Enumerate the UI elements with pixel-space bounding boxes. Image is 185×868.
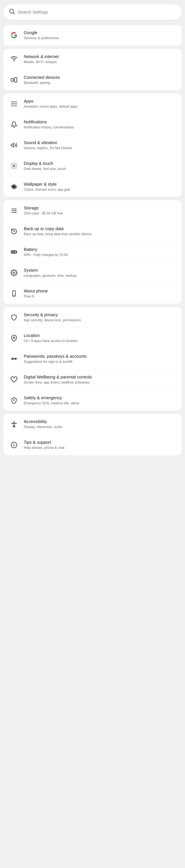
- item-title-display: Display & touch: [24, 161, 66, 166]
- item-text-phone: About phone Pixel 9: [24, 288, 48, 299]
- tips-icon: [9, 440, 19, 450]
- settings-item-accessibility[interactable]: Accessibility Display, interaction, audi…: [3, 414, 182, 435]
- item-subtitle-google: Services & preferences: [24, 36, 59, 40]
- safety-icon: [9, 396, 19, 405]
- svg-point-23: [15, 209, 16, 209]
- settings-item-tips[interactable]: Tips & support Help articles, phone & ch…: [3, 435, 182, 455]
- settings-item-connected[interactable]: Connected devices Bluetooth, pairing: [3, 70, 182, 90]
- item-subtitle-backup: Back up data, bring data from another de…: [24, 232, 91, 237]
- item-title-system: System: [24, 268, 77, 273]
- settings-item-backup[interactable]: Back up or copy data Back up data, bring…: [3, 221, 182, 242]
- item-subtitle-security: App security, device lock, permissions: [24, 318, 81, 322]
- item-subtitle-system: Languages, gestures, time, backup: [24, 274, 77, 278]
- item-text-tips: Tips & support Help articles, phone & ch…: [24, 440, 64, 450]
- settings-item-notifications[interactable]: Notifications Notification history, conv…: [3, 114, 182, 135]
- svg-point-24: [15, 210, 16, 211]
- accessibility-icon: [9, 420, 19, 429]
- search-icon: [8, 8, 15, 16]
- settings-item-google[interactable]: Google Services & preferences: [3, 25, 182, 45]
- item-title-phone: About phone: [24, 288, 48, 293]
- settings-item-safety[interactable]: Safety & emergency Emergency SOS, medica…: [3, 390, 182, 411]
- item-title-tips: Tips & support: [24, 440, 64, 445]
- item-subtitle-display: Dark theme, font size, touch: [24, 167, 66, 171]
- item-text-passwords: Passwords, passkeys & accounts Suggestio…: [24, 354, 87, 364]
- search-bar[interactable]: Search Settings: [3, 4, 182, 20]
- svg-point-6: [11, 101, 12, 102]
- item-text-connected: Connected devices Bluetooth, pairing: [24, 75, 60, 85]
- svg-point-12: [11, 105, 12, 106]
- svg-marker-15: [11, 143, 14, 147]
- item-subtitle-accessibility: Display, interaction, audio: [24, 425, 62, 429]
- backup-icon: [9, 227, 19, 236]
- item-title-wallpaper: Wallpaper & style: [24, 182, 70, 187]
- card-security-privacy: Security & privacy App security, device …: [3, 307, 182, 410]
- svg-point-38: [14, 421, 15, 422]
- item-text-battery: Battery 93% - Fully charged by 15:00: [24, 247, 68, 257]
- battery-icon: [9, 247, 19, 257]
- svg-point-16: [13, 165, 15, 167]
- card-storage-system: Storage 25% used - 95.56 GB free Back up…: [3, 200, 182, 304]
- wellbeing-icon: [9, 375, 19, 384]
- settings-item-wallpaper[interactable]: Wallpaper & style Colors, themed icons, …: [3, 177, 182, 197]
- svg-point-8: [16, 101, 17, 102]
- item-title-security: Security & privacy: [24, 312, 81, 317]
- item-title-backup: Back up or copy data: [24, 226, 91, 231]
- settings-item-location[interactable]: Location On / 9 apps have access to loca…: [3, 328, 182, 349]
- svg-point-11: [16, 103, 17, 104]
- settings-item-display[interactable]: Display & touch Dark theme, font size, t…: [3, 156, 182, 177]
- svg-point-7: [14, 101, 15, 102]
- phone-icon: [9, 289, 19, 298]
- system-icon: [9, 268, 19, 277]
- svg-rect-3: [11, 79, 14, 81]
- item-text-accessibility: Accessibility Display, interaction, audi…: [24, 419, 62, 429]
- item-text-backup: Back up or copy data Back up data, bring…: [24, 226, 91, 237]
- security-icon: [9, 313, 19, 322]
- item-text-wifi: Network & internet Mobile, Wi-Fi, hotspo…: [24, 54, 59, 64]
- storage-icon: [9, 206, 19, 215]
- item-text-location: Location On / 9 apps have access to loca…: [24, 333, 77, 343]
- card-connectivity: Network & internet Mobile, Wi-Fi, hotspo…: [3, 49, 182, 90]
- item-subtitle-phone: Pixel 9: [24, 294, 48, 299]
- svg-point-10: [14, 103, 15, 104]
- item-subtitle-wellbeing: Screen time, app timers, bedtime schedul…: [24, 380, 92, 385]
- item-subtitle-passwords: Suggestions for sign-in & autofill: [24, 360, 87, 364]
- card-accessibility-tips: Accessibility Display, interaction, audi…: [3, 414, 182, 455]
- item-subtitle-battery: 93% - Fully charged by 15:00: [24, 253, 68, 257]
- apps-icon: [9, 99, 19, 108]
- item-text-system: System Languages, gestures, time, backup: [24, 268, 77, 278]
- svg-point-14: [16, 105, 17, 106]
- sound-icon: [9, 141, 19, 150]
- item-subtitle-location: On / 9 apps have access to location: [24, 339, 77, 343]
- settings-item-wifi[interactable]: Network & internet Mobile, Wi-Fi, hotspo…: [3, 49, 182, 70]
- item-text-storage: Storage 25% used - 95.56 GB free: [24, 205, 63, 216]
- item-title-battery: Battery: [24, 247, 68, 252]
- item-title-accessibility: Accessibility: [24, 419, 62, 424]
- settings-item-sound[interactable]: Sound & vibration Volume, haptics, Do No…: [3, 135, 182, 156]
- item-title-apps: Apps: [24, 98, 77, 104]
- item-title-passwords: Passwords, passkeys & accounts: [24, 354, 87, 359]
- svg-point-2: [14, 61, 15, 62]
- item-subtitle-sound: Volume, haptics, Do Not Disturb: [24, 146, 72, 151]
- settings-item-phone[interactable]: About phone Pixel 9: [3, 283, 182, 304]
- settings-item-wellbeing[interactable]: Digital Wellbeing & parental controls Sc…: [3, 369, 182, 390]
- settings-item-apps[interactable]: Apps Assistant, recent apps, default app…: [3, 93, 182, 114]
- settings-item-storage[interactable]: Storage 25% used - 95.56 GB free: [3, 200, 182, 221]
- item-subtitle-safety: Emergency SOS, medical info, alerts: [24, 401, 79, 406]
- settings-item-security[interactable]: Security & privacy App security, device …: [3, 307, 182, 328]
- item-text-sound: Sound & vibration Volume, haptics, Do No…: [24, 140, 72, 151]
- item-title-connected: Connected devices: [24, 75, 60, 80]
- settings-item-battery[interactable]: Battery 93% - Fully charged by 15:00: [3, 242, 182, 262]
- svg-point-28: [13, 272, 15, 274]
- item-title-safety: Safety & emergency: [24, 395, 79, 400]
- item-title-sound: Sound & vibration: [24, 140, 72, 145]
- settings-item-system[interactable]: System Languages, gestures, time, backup: [3, 262, 182, 283]
- settings-item-passwords[interactable]: Passwords, passkeys & accounts Suggestio…: [3, 349, 182, 369]
- item-subtitle-apps: Assistant, recent apps, default apps: [24, 104, 77, 109]
- item-text-notifications: Notifications Notification history, conv…: [24, 119, 74, 130]
- item-title-google: Google: [24, 30, 59, 35]
- item-text-google: Google Services & preferences: [24, 30, 59, 40]
- item-subtitle-connected: Bluetooth, pairing: [24, 81, 60, 85]
- item-title-storage: Storage: [24, 205, 63, 211]
- item-text-display: Display & touch Dark theme, font size, t…: [24, 161, 66, 171]
- svg-rect-4: [15, 78, 17, 82]
